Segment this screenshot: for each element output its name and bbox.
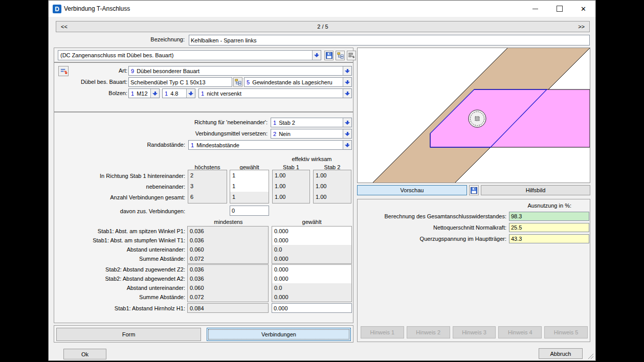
art-combo[interactable]: 9 Dübel besonderer Bauart [128, 66, 352, 76]
maximize-button[interactable] [547, 1, 571, 17]
results-panel: Ausnutzung in %: Berechnung des Gesamtan… [357, 199, 590, 342]
parameters-section: Richtung für 'nebeneinander': 1 Stab 2 V… [54, 112, 353, 323]
row-hintereinander-label: In Richtung Stab 1 hintereinander: [54, 171, 185, 181]
hinweis-2-button[interactable]: Hinweis 2 [407, 326, 450, 338]
hirnholz-gew-input[interactable]: 0.000 [272, 303, 352, 313]
g1-gew-box[interactable]: 0.000 0.000 0.0 0.000 [272, 226, 352, 264]
app-icon: D [53, 5, 61, 13]
duebel-label: Dübel bes. Bauart: [54, 77, 127, 87]
tab-verbindungen[interactable]: Verbindungen [207, 328, 351, 341]
bezeichnung-input[interactable]: Kehlbalken - Sparren links [189, 35, 590, 46]
chevron-down-icon[interactable] [312, 51, 321, 60]
row-nebeneinander-label: nebeneinander: [54, 182, 185, 192]
stab1-box: 1.00 1.00 1.00 [272, 170, 310, 203]
hinweis-1-button[interactable]: Hinweis 1 [361, 326, 404, 338]
minimize-icon [532, 9, 538, 9]
g1-row3-label: Summe Abstände: [54, 254, 185, 264]
ok-button[interactable]: Ok [63, 349, 106, 359]
resize-grip[interactable] [587, 352, 594, 359]
chevron-down-icon[interactable] [186, 89, 195, 98]
g1-row2-label: Abstand untereinander: [54, 245, 185, 255]
record-position: 2 / 5 [56, 24, 589, 30]
versetzen-combo[interactable]: 2 Nein [271, 129, 352, 139]
chevron-down-icon[interactable] [343, 78, 351, 86]
g2-row0-label: Stab2: Abstand zugewendet Z2: [54, 265, 185, 275]
hinweis-3-button[interactable]: Hinweis 3 [453, 326, 496, 338]
col-gewaehlt2: gewählt [272, 219, 352, 225]
horizontal-beam [430, 89, 590, 147]
prev-record-button[interactable]: << [61, 24, 68, 30]
g2-row2-label: Abstand untereinander: [54, 283, 185, 293]
maximize-icon [557, 6, 563, 12]
title-bar: D Verbindung T-Anschluss ✕ [49, 1, 595, 17]
stab2-box: 1.00 1.00 1.00 [313, 170, 351, 203]
art-label: Art: [54, 66, 127, 76]
table-export-icon [348, 52, 355, 59]
versetzen-label: Verbindungsmittel versetzen: [85, 129, 268, 139]
hirnholz-min-box: 0.084 [187, 303, 269, 313]
g2-row1-label: Stab2: Abstand abgewendet A2: [54, 274, 185, 284]
davon-label: davon zus. Verbindungen: [54, 207, 185, 216]
davon-input[interactable]: 0 [230, 206, 269, 216]
bolzen-size-combo[interactable]: 1 M12 [128, 88, 160, 98]
hinweis-5-button[interactable]: Hinweis 5 [544, 326, 588, 338]
abbruch-button[interactable]: Abbruch [539, 348, 583, 359]
tree-icon [337, 52, 344, 59]
ausnutzung-header: Ausnutzung in %: [460, 202, 571, 210]
duebel-variant-combo[interactable]: 5 Gewindestande als Lagesicheru [244, 77, 352, 87]
chevron-down-icon[interactable] [343, 141, 351, 149]
hilfsbild-button[interactable]: Hilfsbild [481, 185, 590, 195]
duebel-tree-button[interactable] [233, 77, 242, 87]
chevron-down-icon[interactable] [343, 129, 351, 138]
floppy-icon [471, 187, 477, 194]
preset-section: (DC Zangenanschluss mit Dübel bes. Bauar… [54, 48, 353, 62]
tree-icon [235, 79, 241, 85]
connector-section: Art: 9 Dübel besonderer Bauart Dübel bes… [54, 62, 353, 112]
g1-row0-label: Stab1: Abst. am spitzen Winkel P1: [54, 227, 185, 236]
bolzen-sunk-combo[interactable]: 1 nicht versenkt [198, 88, 352, 98]
bolzen-label: Bolzen: [54, 88, 127, 98]
bolzen-grade-combo[interactable]: 1 4.8 [162, 88, 195, 98]
preset-tree-button[interactable] [336, 51, 345, 60]
next-record-button[interactable]: >> [578, 24, 585, 30]
close-button[interactable]: ✕ [571, 1, 595, 17]
result2-value: 25.5 [509, 223, 589, 232]
result1-value: 98.3 [509, 212, 589, 221]
bezeichnung-label: Bezeichnung: [52, 35, 185, 44]
randabstaende-label: Randabstände: [54, 140, 185, 150]
hinweis-button-row: Hinweis 1 Hinweis 2 Hinweis 3 Hinweis 4 … [361, 326, 588, 338]
floppy-icon [326, 52, 332, 59]
save-image-button[interactable] [469, 185, 479, 195]
duebel-connector [469, 110, 486, 127]
hoechstens-box: 2 3 6 [188, 170, 227, 203]
chevron-down-icon[interactable] [150, 89, 159, 98]
duebel-type-field[interactable]: Scheibendübel Typ C 1 50x13 [128, 77, 232, 87]
vorschau-button[interactable]: Vorschau [357, 185, 467, 195]
result3-label: Querzugspannung im Hauptträger: [360, 235, 506, 243]
richtung-combo[interactable]: 1 Stab 2 [271, 118, 352, 127]
preset-combo[interactable]: (DC Zangenanschluss mit Dübel bes. Bauar… [58, 50, 321, 60]
g2-row3-label: Summe Abstände: [54, 292, 185, 302]
result1-label: Berechnung des Gesamtanschlusswiderstand… [360, 213, 506, 220]
hirnholz-label: Stab1: Abstand Hirnholz H1: [54, 304, 185, 313]
minimize-button[interactable] [523, 1, 547, 17]
randabstaende-combo[interactable]: 1 Mindestabstände [188, 140, 352, 150]
chevron-down-icon[interactable] [343, 89, 351, 98]
g2-gew-box[interactable]: 0.000 0.000 0.0 0.000 [272, 264, 352, 302]
hinweis-4-button[interactable]: Hinweis 4 [498, 326, 542, 338]
result2-label: Nettoquerschnitt Normalkraft: [360, 224, 506, 232]
effektiv-wirksam-header: effektiv wirksam [272, 156, 351, 162]
result3-value: 43.3 [509, 234, 589, 243]
gewaehlt-box[interactable]: 1 1 1 [230, 170, 269, 203]
window-title: Verbindung T-Anschluss [64, 5, 130, 12]
g2-min-box: 0.036 0.036 0.060 0.072 [187, 264, 269, 302]
preview-drawing [358, 48, 590, 183]
tab-form[interactable]: Form [56, 328, 201, 341]
richtung-label: Richtung für 'nebeneinander': [85, 118, 268, 127]
chevron-down-icon[interactable] [343, 118, 351, 127]
close-icon: ✕ [581, 6, 586, 12]
chevron-down-icon[interactable] [343, 66, 351, 75]
preset-export-button[interactable] [347, 51, 356, 60]
col-mindestens: mindestens [188, 219, 269, 225]
save-preset-button[interactable] [324, 51, 334, 60]
